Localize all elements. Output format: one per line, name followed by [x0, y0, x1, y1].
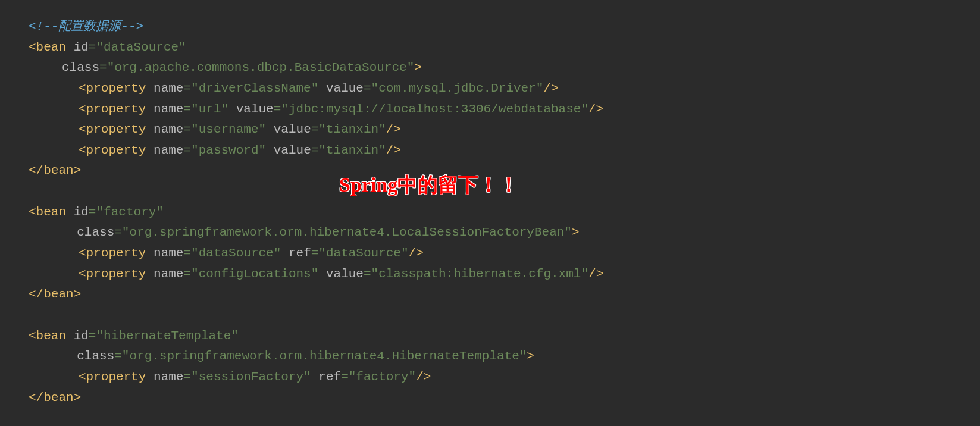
- property: <property name="url" value="jdbc:mysql:/…: [29, 99, 951, 120]
- bean-open: <bean id="dataSource": [29, 37, 951, 58]
- bean-open: <bean id="hibernateTemplate": [29, 326, 951, 347]
- bean-class: class="org.apache.commons.dbcp.BasicData…: [29, 58, 951, 79]
- property: <property name="sessionFactory" ref="fac…: [29, 367, 951, 388]
- bean-close: </bean>: [29, 284, 951, 305]
- property: <property name="username" value="tianxin…: [29, 120, 951, 140]
- code-editor[interactable]: <!--配置数据源--> <bean id="dataSource" class…: [29, 17, 951, 408]
- bean-close: </bean>: [29, 388, 951, 409]
- property: <property name="driverClassName" value="…: [29, 79, 951, 99]
- blank-line: [29, 305, 951, 326]
- overlay-annotation: Spring中的留下！！: [339, 168, 519, 202]
- property: <property name="dataSource" ref="dataSou…: [29, 243, 951, 264]
- property: <property name="configLocations" value="…: [29, 264, 951, 285]
- xml-comment: <!--配置数据源-->: [29, 17, 951, 37]
- bean-class: class="org.springframework.orm.hibernate…: [29, 223, 951, 243]
- property: <property name="password" value="tianxin…: [29, 140, 951, 161]
- bean-class: class="org.springframework.orm.hibernate…: [29, 346, 951, 367]
- bean-open: <bean id="factory": [29, 202, 951, 223]
